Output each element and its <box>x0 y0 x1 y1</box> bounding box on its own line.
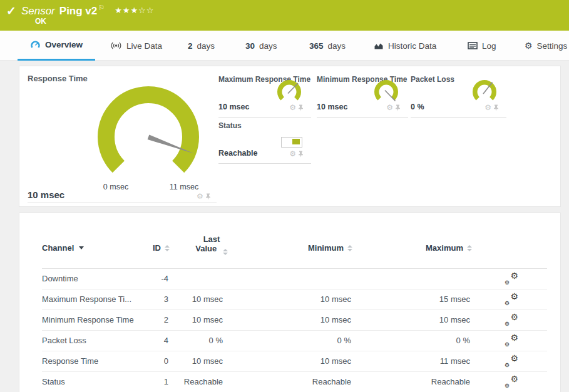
max-response-gauge <box>275 80 304 105</box>
pin-icon[interactable] <box>493 104 499 111</box>
response-time-value: 10 msec <box>28 189 64 200</box>
table-row[interactable]: Minimum Response Time 2 10 msec 10 msec … <box>19 309 560 330</box>
tab-settings[interactable]: ⚙ Settings <box>525 31 567 61</box>
table-row[interactable]: Status 1 Reachable Reachable Reachable ⚙… <box>19 371 560 392</box>
pin-icon[interactable] <box>298 151 304 158</box>
tab-bar: Overview Live Data 2 days 30 days 365 da… <box>0 31 569 61</box>
table-row[interactable]: Downtime -4 ⚙⚙ <box>19 268 560 289</box>
table-row[interactable]: Response Time 0 10 msec 10 msec 11 msec … <box>19 351 560 371</box>
column-header-maximum[interactable]: Maximum <box>370 243 472 253</box>
channel-settings-icon[interactable]: ⚙⚙ <box>505 334 526 348</box>
tab-2-days[interactable]: 2 days <box>188 31 215 61</box>
cell-minimum: 10 msec <box>245 356 351 366</box>
gauge-actions: ⚙ <box>197 193 211 200</box>
channel-settings-icon[interactable]: ⚙⚙ <box>505 355 526 368</box>
table-row[interactable]: Maximum Response Ti... 3 10 msec 10 msec… <box>19 289 560 309</box>
status-value: Reachable <box>218 149 258 158</box>
gauge-actions: ⚙ <box>289 150 304 158</box>
gear-icon[interactable]: ⚙ <box>289 104 296 111</box>
cell-last-value: 0 % <box>170 336 223 345</box>
table-row[interactable]: Packet Loss 4 0 % 0 % 0 % ⚙⚙ <box>19 330 560 351</box>
cell-maximum: 15 msec <box>370 294 470 304</box>
tab-log[interactable]: Log <box>468 31 496 61</box>
sensor-status-bar: ✓ Sensor Ping v2 ⚐ ★★★☆☆ OK <box>0 0 569 31</box>
divider <box>28 203 217 203</box>
cell-last-value: 10 msec <box>170 356 223 366</box>
min-response-gauge <box>372 80 401 105</box>
tab-historic-data-label: Historic Data <box>388 41 436 51</box>
cell-id: 2 <box>126 315 168 324</box>
tab-overview[interactable]: Overview <box>18 31 95 61</box>
tab-30-days[interactable]: 30 days <box>245 31 277 61</box>
channel-settings-icon[interactable]: ⚙⚙ <box>505 293 526 306</box>
gauge-icon <box>30 40 41 49</box>
cell-channel: Status <box>42 377 65 386</box>
gauge-actions: ⚙ <box>386 104 401 111</box>
flag-icon[interactable]: ⚐ <box>98 4 105 12</box>
mini-gauge-min-response: Minimum Response Time 10 msec ⚙ <box>317 75 404 113</box>
tab-30-days-label: days <box>259 41 277 51</box>
gauge-actions: ⚙ <box>289 104 304 111</box>
sensor-title: Ping v2 <box>59 5 97 18</box>
pin-icon[interactable] <box>395 104 401 111</box>
divider <box>317 117 408 118</box>
cell-minimum: 10 msec <box>245 315 351 324</box>
status-card: Status Reachable ⚙ <box>218 121 307 159</box>
cell-channel: Maximum Response Ti... <box>42 294 131 304</box>
mini-gauge-value: 10 msec <box>218 103 249 111</box>
stars-filled: ★★★ <box>115 6 138 15</box>
gear-icon[interactable]: ⚙ <box>197 193 203 200</box>
sort-caret-icon <box>79 246 84 249</box>
pin-icon[interactable] <box>298 104 304 111</box>
cell-channel: Packet Loss <box>42 336 86 345</box>
channel-settings-icon[interactable]: ⚙⚙ <box>505 273 526 286</box>
cell-id: 4 <box>126 336 168 345</box>
divider <box>411 117 506 118</box>
cell-id: 1 <box>126 377 168 386</box>
column-header-minimum[interactable]: Minimum <box>245 243 352 253</box>
cell-maximum: 10 msec <box>370 315 470 324</box>
column-header-id[interactable]: ID <box>126 243 170 253</box>
channel-settings-icon[interactable]: ⚙⚙ <box>505 376 526 389</box>
log-list-icon <box>468 42 478 49</box>
cell-id: -4 <box>126 274 168 283</box>
tab-historic-data[interactable]: Historic Data <box>374 31 436 61</box>
gear-icon[interactable]: ⚙ <box>289 150 296 158</box>
sort-arrows-icon <box>223 249 228 255</box>
gear-icon[interactable]: ⚙ <box>386 104 393 111</box>
tab-365-days[interactable]: 365 days <box>309 31 346 61</box>
ok-check-icon: ✓ <box>6 4 16 18</box>
pin-icon[interactable] <box>205 193 211 200</box>
broadcast-icon <box>110 41 122 50</box>
status-toggle-knob <box>292 139 300 144</box>
sort-arrows-icon <box>347 245 352 251</box>
sort-arrows-icon <box>467 245 472 251</box>
cell-channel: Response Time <box>42 356 98 366</box>
column-header-last-value[interactable]: Last Value <box>183 234 240 255</box>
gauge-scale-start: 0 msec <box>97 183 135 191</box>
object-kind-label: Sensor <box>21 5 55 18</box>
response-time-gauge <box>92 84 202 173</box>
area-chart-icon <box>374 42 384 50</box>
tab-365-days-label: days <box>328 41 346 51</box>
gear-icon[interactable]: ⚙ <box>484 104 491 111</box>
cell-minimum: 0 % <box>245 336 351 345</box>
channels-table-panel: Channel ID Last Value Minimum Maximum Do… <box>19 213 561 392</box>
gauge-scale-end: 11 msec <box>160 183 208 191</box>
cell-id: 0 <box>126 356 168 366</box>
channel-settings-icon[interactable]: ⚙⚙ <box>505 314 526 327</box>
cell-id: 3 <box>126 294 168 304</box>
tab-live-data[interactable]: Live Data <box>110 31 162 61</box>
tab-overview-label: Overview <box>45 40 83 49</box>
response-time-title: Response Time <box>28 74 88 83</box>
divider <box>218 163 311 164</box>
tab-2-days-number: 2 <box>188 41 193 51</box>
gear-icon: ⚙ <box>525 41 533 51</box>
mini-gauge-value: 0 % <box>411 103 424 111</box>
cell-maximum: Reachable <box>370 377 470 386</box>
priority-stars[interactable]: ★★★☆☆ <box>115 6 154 15</box>
tab-live-data-label: Live Data <box>126 41 162 51</box>
cell-last-value: 10 msec <box>170 294 223 304</box>
cell-last-value: Reachable <box>170 377 223 386</box>
column-header-channel[interactable]: Channel <box>42 243 84 253</box>
